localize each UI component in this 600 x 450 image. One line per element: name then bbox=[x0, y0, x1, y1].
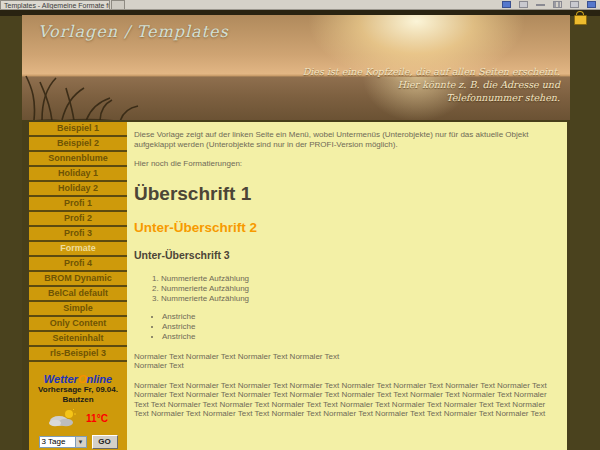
sidebar-menu-item[interactable]: Seiteninhalt bbox=[29, 332, 127, 345]
site-container: Vorlagen / Templates Dies ist eine Kopfz… bbox=[22, 15, 570, 450]
main-content: Diese Vorlage zeigt auf der linken Seite… bbox=[127, 120, 570, 450]
help-icon[interactable] bbox=[587, 1, 596, 8]
numbered-list-item: Nummerierte Aufzählung bbox=[161, 284, 555, 294]
forecast-range-select[interactable]: 3 Tage ▼ bbox=[39, 436, 87, 448]
sidebar-menu-item[interactable]: Formate bbox=[29, 242, 127, 255]
normal-text-block: Normaler Text Normaler Text Normaler Tex… bbox=[134, 352, 555, 371]
browser-tab-stub[interactable] bbox=[111, 0, 125, 9]
sidebar-menu-item[interactable]: BelCal default bbox=[29, 287, 127, 300]
intro-paragraph: Diese Vorlage zeigt auf der linken Seite… bbox=[134, 130, 555, 149]
normal-text-line: Normaler Text bbox=[134, 361, 555, 371]
heading-3: Unter-Überschrift 3 bbox=[134, 250, 555, 261]
padlock-icon[interactable] bbox=[574, 11, 585, 24]
sidebar-menu-item[interactable]: Holiday 2 bbox=[29, 182, 127, 195]
normal-text-paragraph: Normaler Text Normaler Text Normaler Tex… bbox=[134, 381, 555, 419]
sidebar-menu-item[interactable]: Sonnenblume bbox=[29, 152, 127, 165]
sidebar-menu: Beispiel 1 Beispiel 2 Sonnenblume Holida… bbox=[29, 122, 127, 360]
screen: Templates - Allgemeine Formate für Texte… bbox=[0, 0, 600, 450]
header-tagline: Dies ist eine Kopfzeile, die auf allen S… bbox=[303, 65, 560, 104]
window-icon[interactable] bbox=[519, 1, 528, 8]
bullet-list-item: Anstriche bbox=[162, 322, 555, 332]
forecast-range-value: 3 Tage bbox=[40, 437, 75, 447]
sidebar-menu-item[interactable]: Profi 1 bbox=[29, 197, 127, 210]
tagline-line: Dies ist eine Kopfzeile, die auf allen S… bbox=[303, 65, 560, 78]
formats-label: Hier noch die Formatierungen: bbox=[134, 159, 555, 169]
site-title: Vorlagen / Templates bbox=[38, 22, 229, 41]
forecast-date: Vorhersage Fr, 09.04. bbox=[29, 385, 127, 395]
tagline-line: Hier könnte z. B. die Adresse und bbox=[303, 78, 560, 91]
sidebar: Beispiel 1 Beispiel 2 Sonnenblume Holida… bbox=[22, 120, 127, 450]
numbered-list: Nummerierte AufzählungNummerierte Aufzäh… bbox=[134, 274, 555, 304]
folder-icon[interactable] bbox=[570, 1, 579, 8]
apps-grid-icon[interactable] bbox=[553, 1, 562, 8]
page-background: Vorlagen / Templates Dies ist eine Kopfz… bbox=[0, 10, 600, 450]
normal-text-line: Normaler Text Normaler Text Normaler Tex… bbox=[134, 352, 555, 362]
heading-1: Überschrift 1 bbox=[134, 184, 555, 204]
browser-toolbar bbox=[502, 1, 596, 8]
go-button[interactable]: GO bbox=[92, 435, 118, 449]
sun-behind-cloud-icon bbox=[48, 409, 78, 427]
sidebar-menu-item[interactable]: Simple bbox=[29, 302, 127, 315]
site-header-image: Vorlagen / Templates Dies ist eine Kopfz… bbox=[22, 15, 570, 120]
wetteronline-logo[interactable]: WetterOnline bbox=[29, 373, 127, 385]
sidebar-menu-item[interactable]: rls-Beispiel 3 bbox=[29, 347, 127, 360]
bullet-list: AnstricheAnstricheAnstriche bbox=[134, 312, 555, 342]
sidebar-menu-item[interactable]: Holiday 1 bbox=[29, 167, 127, 180]
tagline-line: Telefonnummer stehen. bbox=[303, 91, 560, 104]
numbered-list-item: Nummerierte Aufzählung bbox=[161, 294, 555, 304]
sidebar-menu-item[interactable]: Profi 4 bbox=[29, 257, 127, 270]
sidebar-menu-item[interactable]: Only Content bbox=[29, 317, 127, 330]
sidebar-menu-item[interactable]: Beispiel 1 bbox=[29, 122, 127, 135]
sidebar-menu-item[interactable]: Beispiel 2 bbox=[29, 137, 127, 150]
forecast-city: Bautzen bbox=[29, 395, 127, 405]
browser-tab[interactable]: Templates - Allgemeine Formate für Texte… bbox=[0, 0, 110, 9]
bullet-list-item: Anstriche bbox=[162, 312, 555, 322]
bullet-list-item: Anstriche bbox=[162, 332, 555, 342]
sidebar-menu-item[interactable]: Profi 3 bbox=[29, 227, 127, 240]
beach-grass-silhouette bbox=[22, 70, 182, 120]
heading-2: Unter-Überschrift 2 bbox=[134, 221, 555, 235]
print-icon[interactable] bbox=[502, 1, 511, 8]
temperature: 11°C bbox=[86, 413, 108, 424]
sidebar-menu-item[interactable]: BROM Dynamic bbox=[29, 272, 127, 285]
browser-tab-title: Templates - Allgemeine Formate für Texte… bbox=[4, 2, 110, 9]
weather-widget: WetterOnline Vorhersage Fr, 09.04. Bautz… bbox=[29, 373, 127, 449]
columns: Beispiel 1 Beispiel 2 Sonnenblume Holida… bbox=[22, 120, 570, 450]
numbered-list-item: Nummerierte Aufzählung bbox=[161, 274, 555, 284]
chevron-down-icon[interactable]: ▼ bbox=[75, 437, 86, 447]
minimize-icon[interactable] bbox=[536, 1, 545, 6]
sidebar-menu-item[interactable]: Profi 2 bbox=[29, 212, 127, 225]
browser-tab-bar: Templates - Allgemeine Formate für Texte… bbox=[0, 0, 600, 10]
